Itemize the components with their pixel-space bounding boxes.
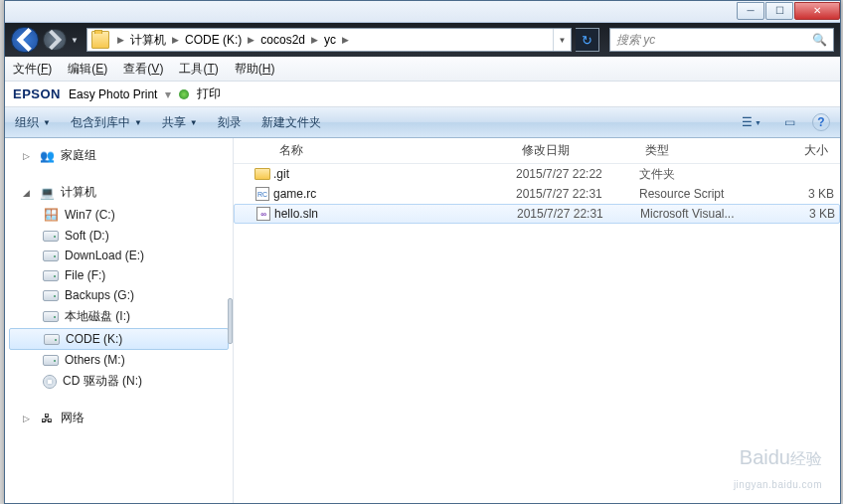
chevron-right-icon: ▷ (23, 151, 33, 161)
file-name: game.rc (273, 187, 516, 201)
chevron-right-icon: ▶ (340, 35, 351, 45)
column-size[interactable]: 大小 (774, 142, 834, 159)
file-size: 3 KB (775, 207, 835, 221)
nav-label: 家庭组 (61, 147, 96, 164)
chevron-right-icon: ▶ (309, 35, 320, 45)
breadcrumb[interactable]: cocos2d (256, 33, 309, 47)
file-name: .git (273, 167, 516, 181)
breadcrumb[interactable]: CODE (K:) (181, 33, 246, 47)
file-size: 3 KB (774, 187, 834, 201)
minimize-button[interactable]: ─ (737, 2, 764, 20)
maximize-button[interactable]: ☐ (765, 2, 793, 20)
nav-label: 网络 (61, 410, 84, 426)
epson-app-label[interactable]: Easy Photo Print (69, 87, 157, 101)
share-button[interactable]: 共享 ▼ (162, 114, 198, 131)
menu-tools[interactable]: 工具(T) (179, 61, 218, 78)
chevron-right-icon: ▶ (246, 35, 256, 45)
file-name: hello.sln (274, 207, 517, 221)
folder-icon (91, 31, 109, 49)
computer-icon: 💻 (39, 185, 55, 201)
nav-drive[interactable]: Soft (D:) (5, 226, 233, 246)
nav-label: 计算机 (61, 184, 96, 201)
file-row[interactable]: RC game.rc 2015/7/27 22:31 Resource Scri… (234, 184, 840, 204)
file-type: 文件夹 (639, 166, 774, 183)
nav-drive-selected[interactable]: CODE (K:) (9, 328, 229, 350)
refresh-button[interactable]: ↻ (576, 28, 599, 52)
epson-logo: EPSON (13, 86, 61, 101)
nav-drive[interactable]: 本地磁盘 (I:) (5, 305, 233, 328)
print-icon (179, 89, 189, 99)
include-button[interactable]: 包含到库中 ▼ (71, 114, 142, 131)
breadcrumb[interactable]: yc (320, 33, 340, 47)
nav-drive[interactable]: CD 驱动器 (N:) (5, 370, 233, 393)
preview-pane-button[interactable]: ▭ (774, 111, 804, 133)
folder-icon (254, 168, 270, 180)
homegroup-icon: 👥 (39, 148, 55, 164)
chevron-right-icon: ▶ (170, 35, 181, 45)
explorer-body: ▷ 👥 家庭组 ◢ 💻 计算机 🪟Win7 (C:) Soft (D:) Dow… (5, 138, 840, 503)
epson-print-button[interactable]: 打印 (197, 85, 221, 102)
help-button[interactable]: ? (812, 113, 830, 131)
drive-icon (43, 251, 59, 261)
nav-drive[interactable]: DownLoad (E:) (5, 246, 233, 265)
drive-icon (43, 311, 59, 322)
menu-file[interactable]: 文件(F) (13, 61, 52, 78)
search-input[interactable]: 搜索 yc 🔍 (609, 28, 834, 52)
history-dropdown[interactable]: ▼ (71, 36, 83, 45)
search-icon: 🔍 (812, 33, 827, 47)
file-rows: .git 2015/7/27 22:22 文件夹 RC game.rc 2015… (234, 164, 840, 224)
menu-edit[interactable]: 编辑(E) (68, 61, 107, 78)
search-placeholder: 搜索 yc (616, 32, 655, 49)
nav-network[interactable]: ▷ 🖧 网络 (5, 407, 233, 429)
drive-icon (43, 355, 59, 366)
nav-drive[interactable]: Backups (G:) (5, 285, 233, 305)
chevron-right-icon: ▷ (23, 414, 33, 423)
column-type[interactable]: 类型 (639, 142, 774, 159)
forward-button[interactable] (43, 29, 67, 51)
new-folder-button[interactable]: 新建文件夹 (261, 114, 321, 131)
burn-button[interactable]: 刻录 (218, 114, 242, 131)
column-date[interactable]: 修改日期 (516, 142, 639, 159)
rc-file-icon: RC (255, 187, 269, 201)
drive-icon (43, 231, 59, 242)
file-date: 2015/7/27 22:22 (516, 167, 639, 181)
explorer-window: ─ ☐ ✕ ▼ ▶ 计算机 ▶ CODE (K:) ▶ cocos2d ▶ yc… (4, 0, 841, 504)
file-type: Microsoft Visual... (640, 207, 775, 221)
cd-icon (43, 375, 57, 389)
pane-resize-handle[interactable] (228, 298, 233, 344)
address-dropdown[interactable]: ▼ (553, 29, 571, 51)
back-button[interactable] (11, 27, 39, 53)
window-controls: ─ ☐ ✕ (736, 2, 840, 22)
file-row[interactable]: .git 2015/7/27 22:22 文件夹 (234, 164, 840, 184)
view-options-button[interactable]: ☰ ▼ (737, 111, 766, 133)
menu-view[interactable]: 查看(V) (123, 61, 163, 78)
command-bar: 组织 ▼ 包含到库中 ▼ 共享 ▼ 刻录 新建文件夹 ☰ ▼ ▭ ? (5, 107, 840, 138)
column-headers: 名称 修改日期 类型 大小 (234, 138, 840, 164)
file-date: 2015/7/27 22:31 (516, 187, 639, 201)
file-list-pane: 名称 修改日期 类型 大小 .git 2015/7/27 22:22 文件夹 R… (234, 138, 840, 503)
close-button[interactable]: ✕ (794, 2, 840, 20)
drive-icon: 🪟 (43, 207, 59, 223)
menu-bar: 文件(F) 编辑(E) 查看(V) 工具(T) 帮助(H) (5, 57, 840, 82)
organize-button[interactable]: 组织 ▼ (15, 114, 51, 131)
column-name[interactable]: 名称 (273, 142, 516, 159)
sln-file-icon: ∞ (256, 207, 270, 221)
breadcrumb[interactable]: 计算机 (126, 32, 170, 49)
titlebar: ─ ☐ ✕ (5, 1, 840, 23)
address-bar[interactable]: ▶ 计算机 ▶ CODE (K:) ▶ cocos2d ▶ yc ▶ ▼ (86, 28, 572, 52)
chevron-right-icon: ▶ (115, 35, 126, 45)
drive-icon (44, 334, 60, 345)
file-type: Resource Script (639, 187, 774, 201)
menu-help[interactable]: 帮助(H) (235, 61, 275, 78)
file-row-selected[interactable]: ∞ hello.sln 2015/7/27 22:31 Microsoft Vi… (234, 204, 840, 224)
nav-drive[interactable]: 🪟Win7 (C:) (5, 204, 233, 226)
file-date: 2015/7/27 22:31 (517, 207, 640, 221)
drive-icon (43, 270, 59, 281)
drive-icon (43, 290, 59, 301)
nav-drive[interactable]: Others (M:) (5, 350, 233, 370)
nav-drive[interactable]: File (F:) (5, 265, 233, 285)
chevron-down-icon: ◢ (23, 188, 33, 198)
epson-toolbar: EPSON Easy Photo Print ▾ 打印 (5, 82, 840, 107)
nav-homegroup[interactable]: ▷ 👥 家庭组 (5, 144, 233, 167)
nav-computer[interactable]: ◢ 💻 计算机 (5, 181, 233, 204)
